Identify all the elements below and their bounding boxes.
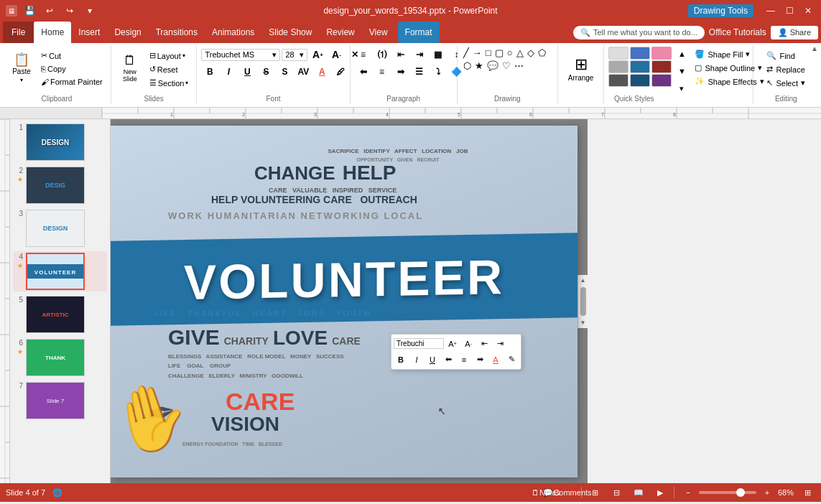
slide-thumb-2[interactable]: 2 ★ DESIG xyxy=(13,165,107,205)
columns-btn[interactable]: ▦ xyxy=(430,47,447,62)
qs-scroll-up[interactable]: ▲ xyxy=(674,47,689,61)
shape-callout[interactable]: 💬 xyxy=(486,60,500,72)
slide-img-6[interactable]: THANK xyxy=(26,339,85,376)
zoom-in-btn[interactable]: + xyxy=(759,486,775,499)
new-slide-btn[interactable]: 🗒 New Slide xyxy=(116,47,144,90)
slide-img-3[interactable]: DESIGN xyxy=(26,210,85,247)
close-btn[interactable]: ✕ xyxy=(801,5,815,17)
font-size-box[interactable]: 28 ▾ xyxy=(282,49,307,61)
qs-box-9[interactable] xyxy=(651,74,672,87)
qs-box-7[interactable] xyxy=(608,74,628,87)
slideshow-btn[interactable]: ▶ xyxy=(652,486,668,499)
mini-font-inc[interactable]: A+ xyxy=(445,337,460,351)
qs-box-5[interactable] xyxy=(630,60,650,73)
text-shadow-btn[interactable]: S xyxy=(276,64,293,80)
scroll-thumb[interactable] xyxy=(580,287,586,316)
shape-heart[interactable]: ♡ xyxy=(501,60,512,72)
shape-triangle[interactable]: △ xyxy=(515,47,525,59)
arrange-btn[interactable]: ⊞ Arrange xyxy=(562,47,600,90)
slide-img-2[interactable]: DESIG xyxy=(26,167,85,204)
share-btn[interactable]: 👤 Share xyxy=(771,26,818,39)
slide-thumb-6[interactable]: 6 ★ THANK xyxy=(13,337,107,378)
align-right-btn[interactable]: ➡ xyxy=(392,64,409,80)
reset-btn[interactable]: ↺ Reset xyxy=(146,63,193,75)
numbering-btn[interactable]: ⑴ xyxy=(374,47,391,62)
copy-btn[interactable]: ⎘ Copy xyxy=(37,63,106,75)
underline-btn[interactable]: U xyxy=(238,64,256,80)
slide-img-7[interactable]: Slide 7 xyxy=(26,382,85,419)
maximize-btn[interactable]: ☐ xyxy=(782,5,797,17)
char-spacing-btn[interactable]: AV xyxy=(294,64,312,80)
align-left-btn[interactable]: ⬅ xyxy=(355,64,372,80)
format-painter-btn[interactable]: 🖌 Format Painter xyxy=(37,76,106,88)
font-color-btn[interactable]: A xyxy=(313,64,330,80)
menu-transitions[interactable]: Transitions xyxy=(149,22,205,43)
fit-to-window-btn[interactable]: ⊞ xyxy=(799,486,815,499)
menu-format[interactable]: Format xyxy=(398,22,440,43)
zoom-slider[interactable] xyxy=(699,491,756,494)
paste-btn[interactable]: 📋 Paste ▾ xyxy=(7,47,36,90)
mini-highlight-btn[interactable]: ✎ xyxy=(504,353,519,367)
menu-animations[interactable]: Animations xyxy=(205,22,261,43)
shape-line[interactable]: ╱ xyxy=(462,47,470,59)
minimize-btn[interactable]: — xyxy=(764,5,778,17)
shape-star[interactable]: ★ xyxy=(473,60,485,72)
scrollbar-vertical[interactable]: ▲ ▼ xyxy=(578,275,588,328)
font-name-box[interactable]: Trebuchet MS ▾ xyxy=(201,49,280,61)
scroll-track[interactable] xyxy=(580,287,586,316)
menu-file[interactable]: File xyxy=(3,22,34,43)
align-center-btn[interactable]: ≡ xyxy=(374,64,391,80)
increase-font-btn[interactable]: A+ xyxy=(309,47,326,62)
slide-sorter-btn[interactable]: ⊟ xyxy=(609,486,625,499)
slide-img-5[interactable]: ARTISTIC xyxy=(26,296,85,333)
slide-img-4[interactable]: VOLUNTEER xyxy=(26,253,85,290)
shape-arrow[interactable]: → xyxy=(471,47,483,59)
cut-btn[interactable]: ✂ Cut xyxy=(37,50,106,62)
justify-btn[interactable]: ☰ xyxy=(411,64,428,80)
qs-more[interactable]: ▾ xyxy=(674,81,689,95)
menu-slideshow[interactable]: Slide Show xyxy=(261,22,319,43)
qs-box-2[interactable] xyxy=(630,47,650,60)
undo-quick-btn[interactable]: ↩ xyxy=(42,3,57,19)
zoom-out-btn[interactable]: − xyxy=(680,486,696,499)
qs-box-1[interactable] xyxy=(608,47,628,60)
shape-pentagon[interactable]: ⬠ xyxy=(537,47,547,59)
bullets-btn[interactable]: ≡ xyxy=(355,47,372,62)
slide-img-1[interactable]: DESIGN xyxy=(26,123,85,161)
text-direction-btn[interactable]: ⤵ xyxy=(430,64,447,80)
scroll-up-btn[interactable]: ▲ xyxy=(580,275,586,286)
increase-indent-btn[interactable]: ⇥ xyxy=(411,47,428,62)
menu-view[interactable]: View xyxy=(362,22,395,43)
mini-underline-btn[interactable]: U xyxy=(425,353,440,367)
collapse-ribbon-btn[interactable]: ▲ xyxy=(811,45,818,52)
slide-thumb-5[interactable]: 5 ARTISTIC xyxy=(13,294,107,335)
tell-me-input[interactable]: 🔍 Tell me what you want to do... xyxy=(573,26,705,39)
menu-insert[interactable]: Insert xyxy=(71,22,107,43)
redo-quick-btn[interactable]: ↪ xyxy=(62,3,78,19)
qs-box-6[interactable] xyxy=(651,60,672,73)
mini-indent-inc[interactable]: ⇥ xyxy=(493,337,507,351)
qs-box-4[interactable] xyxy=(608,60,628,73)
shape-rect[interactable]: □ xyxy=(484,47,493,59)
qs-box-3[interactable] xyxy=(651,47,672,60)
replace-btn[interactable]: ⇄ Replace xyxy=(762,63,810,75)
menu-design[interactable]: Design xyxy=(107,22,148,43)
slide-thumb-3[interactable]: 3 DESIGN xyxy=(13,208,107,248)
italic-btn[interactable]: I xyxy=(220,64,237,80)
find-btn[interactable]: 🔍 Find xyxy=(762,50,810,62)
menu-home[interactable]: Home xyxy=(34,22,71,43)
mini-bold-btn[interactable]: B xyxy=(394,353,408,367)
save-quick-btn[interactable]: 💾 xyxy=(22,3,37,19)
comments-btn[interactable]: 💬 Comments xyxy=(560,486,575,499)
font-highlight-btn[interactable]: 🖊 xyxy=(332,64,349,80)
mini-indent-dec[interactable]: ⇤ xyxy=(477,337,491,351)
strikethrough-btn[interactable]: S xyxy=(257,64,274,80)
shape-hex[interactable]: ⬡ xyxy=(462,60,473,72)
slide-thumb-1[interactable]: 1 DESIGN xyxy=(13,122,107,162)
scroll-down-btn[interactable]: ▼ xyxy=(580,317,586,328)
shape-diamond[interactable]: ◇ xyxy=(526,47,536,59)
shape-oval[interactable]: ○ xyxy=(506,47,514,59)
mini-italic-btn[interactable]: I xyxy=(409,353,424,367)
mini-align-left-btn[interactable]: ⬅ xyxy=(441,353,455,367)
select-btn[interactable]: ↖ Select ▾ xyxy=(762,77,810,89)
